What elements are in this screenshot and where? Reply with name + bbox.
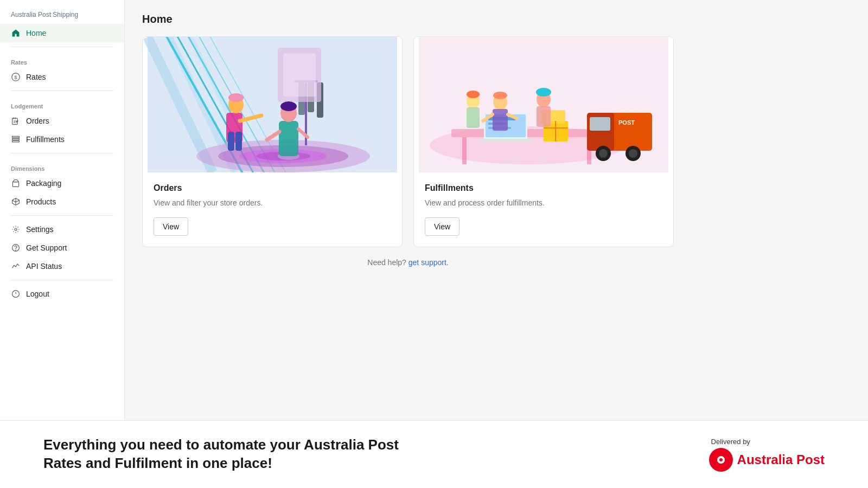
sidebar-get-support-label: Get Support [26,243,67,252]
svg-point-67 [629,149,637,158]
svg-rect-71 [493,109,508,131]
footer-tagline: Everything you need to automate your Aus… [43,436,423,473]
svg-rect-56 [478,139,533,142]
sidebar-settings-label: Settings [26,225,54,234]
get-support-link[interactable]: get support [409,258,446,267]
sidebar-item-orders[interactable]: Orders [0,112,124,130]
fulfillments-card: POST [413,36,674,247]
sidebar-fulfillments-label: Fulfillments [26,135,65,144]
sidebar-rates-label: Rates [26,73,46,81]
packaging-icon [11,178,21,188]
aus-post-logo: Australia Post [709,448,825,472]
svg-point-78 [467,91,480,98]
svg-rect-6 [12,182,18,187]
svg-rect-40 [279,121,298,156]
sidebar-item-api-status[interactable]: API Status [0,257,124,275]
fulfillments-card-description: View and process order fulfillments. [425,197,662,209]
sidebar-home-label: Home [26,29,46,37]
fulfillments-card-title: Fulfillments [425,183,662,193]
divider-2 [11,91,113,91]
footer-delivered-by: Delivered by [711,438,750,446]
section-rates-label: Rates [0,52,124,68]
orders-view-button[interactable]: View [154,217,188,236]
page-title: Home [142,13,851,25]
orders-illustration [143,37,402,172]
orders-card: Orders View and filter your store orders… [142,36,403,247]
sidebar-item-home[interactable]: Home [0,24,124,42]
sidebar-item-logout[interactable]: Logout [0,285,124,303]
svg-point-82 [719,458,723,461]
help-text-suffix: . [446,258,449,267]
logout-icon [11,289,21,299]
svg-text:POST: POST [618,119,635,126]
footer-brand: Delivered by Australia Post [709,438,825,472]
svg-rect-63 [590,117,610,131]
home-icon [11,28,21,38]
cards-grid: Orders View and filter your store orders… [142,36,674,247]
fulfillments-illustration: POST [414,37,673,172]
sidebar-packaging-label: Packaging [26,179,61,188]
svg-point-70 [493,92,507,99]
svg-rect-5 [12,140,20,142]
svg-point-7 [15,228,17,230]
svg-rect-79 [467,107,480,128]
help-text-prefix: Need help? [367,258,406,267]
sidebar-item-rates[interactable]: $ Rates [0,68,124,86]
orders-card-description: View and filter your store orders. [154,197,391,209]
svg-rect-35 [235,132,242,151]
footer: Everything you need to automate your Aus… [0,420,868,488]
divider-3 [11,153,113,153]
sidebar-item-fulfillments[interactable]: Fulfillments [0,130,124,149]
dollar-icon: $ [11,72,21,82]
gear-icon [11,224,21,234]
svg-rect-49 [462,137,467,164]
divider-1 [11,47,113,47]
orders-card-title: Orders [154,183,391,193]
divider-4 [11,215,113,216]
help-text: Need help? get support. [142,258,674,267]
svg-rect-31 [283,53,316,97]
fulfillments-card-body: Fulfillments View and process order fulf… [414,172,673,247]
sidebar-products-label: Products [26,197,56,206]
aus-post-circle-icon [709,448,733,472]
svg-rect-34 [228,132,234,151]
orders-card-body: Orders View and filter your store orders… [143,172,402,247]
products-icon [11,197,21,207]
svg-rect-76 [537,106,551,127]
section-dimensions-label: Dimensions [0,158,124,174]
sidebar-orders-label: Orders [26,117,49,125]
svg-rect-4 [12,138,20,139]
sidebar-api-status-label: API Status [26,262,62,271]
divider-5 [11,280,113,280]
sidebar-item-get-support[interactable]: Get Support [0,239,124,257]
sidebar-item-packaging[interactable]: Packaging [0,174,124,192]
main-content: Home [125,0,868,420]
app-title: Australia Post Shipping [0,11,124,24]
svg-point-65 [599,149,608,158]
svg-point-42 [280,101,297,111]
section-lodgement-label: Lodgement [0,95,124,112]
sidebar-item-products[interactable]: Products [0,192,124,211]
svg-point-75 [536,88,551,97]
svg-text:$: $ [14,74,17,80]
svg-point-37 [228,93,244,102]
svg-rect-3 [12,136,20,137]
api-icon [11,261,21,271]
sidebar-item-settings[interactable]: Settings [0,220,124,239]
orders-icon [11,116,21,126]
question-icon [11,243,21,253]
sidebar-logout-label: Logout [26,290,49,298]
svg-point-9 [16,250,16,251]
sidebar: Australia Post Shipping Home Rates $ Rat… [0,0,125,420]
aus-post-brand-name: Australia Post [737,452,825,467]
fulfillments-icon [11,134,21,144]
fulfillments-view-button[interactable]: View [425,217,459,236]
